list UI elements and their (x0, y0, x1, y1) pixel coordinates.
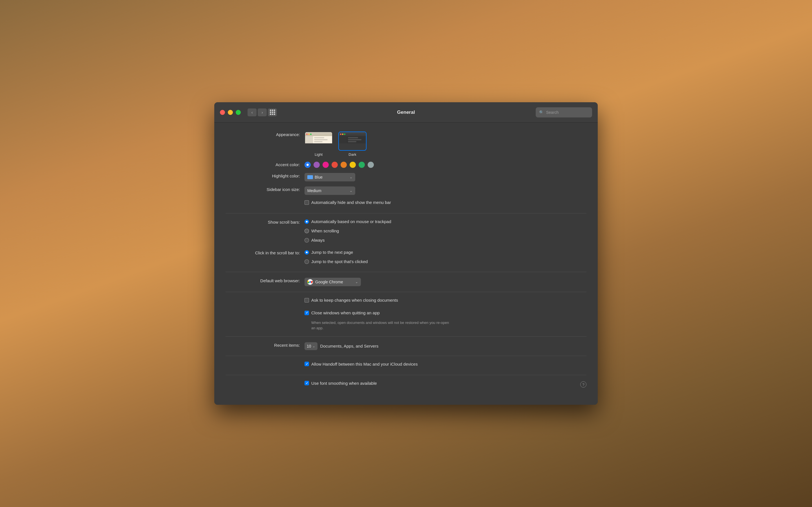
scroll-always-row: Always (305, 238, 587, 242)
accent-pink[interactable] (322, 162, 329, 168)
appearance-label: Appearance: (225, 131, 305, 137)
accent-purple[interactable] (313, 162, 320, 168)
divider-1 (225, 213, 587, 214)
sidebar-icon-size-row: Sidebar icon size: Medium ⌄ (225, 186, 587, 195)
light-theme-preview (305, 132, 332, 144)
handoff-label-spacer (225, 362, 305, 362)
jump-page-row: Jump to the next page (305, 250, 587, 255)
svg-point-2 (309, 281, 311, 283)
divider-3 (225, 292, 587, 292)
accent-orange[interactable] (341, 162, 347, 168)
thumb-line-3 (314, 141, 322, 142)
menu-bar-checkbox[interactable] (305, 200, 309, 205)
light-body (305, 136, 332, 144)
maximize-button[interactable] (236, 110, 241, 115)
highlight-color-control: Blue ⌄ (305, 173, 587, 181)
accent-color-control (305, 162, 587, 168)
highlight-color-label: Highlight color: (225, 173, 305, 178)
scroll-auto-radio[interactable] (305, 219, 309, 224)
close-button[interactable] (220, 110, 225, 115)
thumb-line-1 (314, 137, 324, 138)
scroll-bars-control: Automatically based on mouse or trackpad… (305, 219, 587, 245)
forward-button[interactable]: › (258, 108, 267, 116)
light-label: Light (315, 152, 322, 157)
handoff-checkbox[interactable] (305, 362, 309, 366)
window-title: General (397, 110, 415, 115)
jump-page-radio[interactable] (305, 250, 309, 255)
thumb-max-d (344, 133, 345, 135)
dark-thumb (338, 131, 366, 151)
dark-content (347, 136, 366, 144)
handoff-control: Allow Handoff between this Mac and your … (305, 362, 587, 369)
scroll-auto-row: Automatically based on mouse or trackpad (305, 219, 587, 224)
chrome-icon (307, 279, 313, 285)
light-sidebar (305, 136, 313, 144)
ask-changes-label: Ask to keep changes when closing documen… (311, 298, 398, 302)
click-scroll-row: Click in the scroll bar to: Jump to the … (225, 250, 587, 266)
scroll-scrolling-label: When scrolling (311, 228, 339, 233)
close-windows-row: Close windows when quitting an app When … (225, 311, 587, 330)
scroll-always-radio[interactable] (305, 238, 309, 242)
font-smoothing-label: Use font smoothing when available (311, 381, 377, 386)
highlight-color-row: Highlight color: Blue ⌄ (225, 173, 587, 181)
browser-dropdown[interactable]: Google Chrome ⌄ (305, 278, 361, 286)
menu-bar-label (225, 200, 305, 201)
sidebar-icon-size-dropdown[interactable]: Medium ⌄ (305, 186, 355, 195)
jump-spot-radio[interactable] (305, 260, 309, 264)
traffic-lights (220, 110, 241, 115)
titlebar: ‹ › General 🔍 Search (214, 102, 598, 122)
close-windows-note: When selected, open documents and window… (311, 320, 452, 330)
dark-bar (339, 132, 366, 136)
sidebar-icon-size-control: Medium ⌄ (305, 186, 587, 195)
font-smoothing-control: Use font smoothing when available ? (305, 381, 587, 388)
back-button[interactable]: ‹ (248, 108, 257, 116)
highlight-arrow: ⌄ (350, 175, 352, 179)
dropdown-inner: Blue (307, 175, 322, 179)
recent-items-value: 10 (307, 344, 311, 348)
scroll-bars-label: Show scroll bars: (225, 219, 305, 224)
help-button[interactable]: ? (580, 381, 587, 388)
chrome-inner: Google Chrome (307, 279, 343, 285)
search-icon: 🔍 (539, 110, 544, 115)
grid-button[interactable] (268, 108, 277, 116)
handoff-row: Allow Handoff between this Mac and your … (225, 362, 587, 369)
jump-spot-label: Jump to the spot that's clicked (311, 259, 368, 264)
close-windows-label: Close windows when quitting an app (311, 311, 380, 315)
ask-changes-checkbox[interactable] (305, 298, 309, 302)
appearance-control: Light (305, 131, 587, 157)
default-browser-row: Default web browser: (225, 278, 587, 286)
accent-red[interactable] (332, 162, 338, 168)
font-smoothing-checkbox-row: Use font smoothing when available (305, 381, 580, 386)
recent-items-arrow: ⌄ (312, 344, 315, 348)
scroll-auto-label: Automatically based on mouse or trackpad (311, 219, 391, 224)
search-bar[interactable]: 🔍 Search (536, 107, 592, 117)
accent-green[interactable] (359, 162, 365, 168)
default-browser-label: Default web browser: (225, 278, 305, 283)
content-area: Appearance: (214, 122, 598, 404)
recent-items-dropdown[interactable]: 10 ⌄ (305, 342, 317, 350)
click-scroll-label: Click in the scroll bar to: (225, 250, 305, 255)
handoff-label: Allow Handoff between this Mac and your … (311, 362, 417, 367)
light-bar (305, 132, 332, 136)
dark-label: Dark (349, 152, 356, 157)
font-smoothing-checkbox[interactable] (305, 381, 309, 385)
grid-icon (270, 110, 275, 115)
thumb-close (306, 133, 308, 135)
appearance-option-dark[interactable]: Dark (338, 131, 366, 157)
accent-graphite[interactable] (368, 162, 374, 168)
minimize-button[interactable] (228, 110, 233, 115)
accent-color-row: Accent color: (225, 162, 587, 168)
appearance-option-light[interactable]: Light (305, 131, 333, 157)
close-windows-checkbox-row: Close windows when quitting an app (305, 311, 587, 315)
thumb-line-2 (314, 139, 327, 140)
highlight-color-dropdown[interactable]: Blue ⌄ (305, 173, 355, 181)
thumb-close-d (340, 133, 342, 135)
highlight-swatch (307, 175, 313, 179)
ask-changes-label-spacer (225, 298, 305, 298)
accent-yellow[interactable] (350, 162, 356, 168)
accent-blue[interactable] (305, 162, 311, 168)
sidebar-icon-size-value: Medium (307, 188, 321, 193)
scroll-scrolling-radio[interactable] (305, 229, 309, 233)
close-windows-checkbox[interactable] (305, 311, 309, 315)
dark-line-3 (348, 141, 356, 142)
